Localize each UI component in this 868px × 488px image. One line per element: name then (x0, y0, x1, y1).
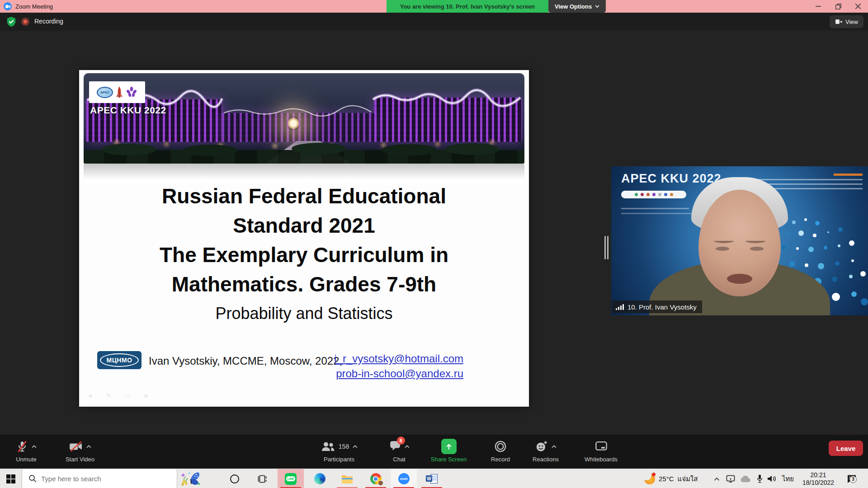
tray-onedrive-button[interactable] (739, 469, 752, 488)
speaker-video-tile[interactable]: APEC KKU 2022 (611, 166, 868, 315)
hero-fade-decoration (84, 164, 524, 183)
chevron-up-icon (714, 477, 720, 481)
task-view-icon (258, 474, 267, 483)
slide-author-line: Ivan Vysotskiy, MCCME, Moscow, 2022, (149, 355, 342, 367)
presenter-face (698, 190, 781, 296)
tray-clock[interactable]: 20:21 18/10/2022 (797, 469, 840, 488)
tray-microphone-button[interactable] (754, 469, 765, 488)
tray-language: ไทย (782, 474, 794, 484)
participants-button[interactable]: 158 Participants (312, 438, 366, 463)
reactions-button[interactable]: Reactions (521, 438, 570, 463)
cortana-ring-icon (230, 474, 239, 483)
cloud-icon (740, 475, 751, 483)
tray-volume-button[interactable] (765, 469, 778, 488)
taskbar-zoom-button[interactable]: zoom (391, 469, 417, 488)
chevron-down-icon (595, 5, 599, 8)
mccme-logo-text: МЦНМО (100, 353, 139, 367)
participant-name-label: 10. Prof. Ivan Vysotsky (612, 300, 702, 313)
meeting-header-bar: Recording View (0, 13, 868, 31)
zoom-app-icon (4, 2, 12, 10)
conference-logo-box: APEC (89, 81, 145, 103)
line-app-icon: LINE (285, 473, 297, 485)
apec-logo-icon: APEC (97, 87, 113, 98)
share-screen-button[interactable]: Share Screen (420, 438, 477, 463)
tray-temperature: 25°C (659, 475, 674, 483)
taskbar-word-button[interactable]: W (419, 469, 445, 488)
chevron-up-icon[interactable] (86, 445, 91, 448)
share-screen-icon (441, 439, 457, 454)
panel-resize-handle[interactable] (604, 236, 609, 259)
tray-hidden-icons-button[interactable] (711, 469, 722, 488)
unmute-button[interactable]: Unmute (4, 438, 49, 463)
close-button[interactable] (848, 0, 868, 13)
taskbar-task-view-button[interactable] (249, 469, 275, 488)
taskbar-cortana-button[interactable] (222, 469, 248, 488)
view-layout-icon (835, 19, 842, 25)
tray-weather[interactable]: 25°C แจ่มใส (644, 469, 698, 488)
taskbar-search[interactable] (22, 469, 177, 488)
edge-icon (314, 473, 326, 484)
leave-button[interactable]: Leave (829, 441, 863, 456)
light-glow-decoration (287, 117, 300, 130)
mccme-logo: МЦНМО (97, 351, 142, 369)
email-link-yandex[interactable]: prob-in-school@yandex.ru (332, 366, 463, 381)
tile-smalltext-decoration (621, 208, 689, 209)
garden-decoration (84, 150, 524, 164)
tray-language-button[interactable]: ไทย (780, 469, 796, 488)
speaker-icon (767, 475, 777, 483)
taskbar-chrome-button[interactable] (363, 469, 389, 488)
view-layout-button[interactable]: View (830, 15, 863, 28)
windows-taskbar: LINE zoom (0, 469, 868, 488)
reactions-icon (535, 440, 548, 453)
chat-button[interactable]: 8 Chat (379, 438, 420, 463)
windows-logo-icon (6, 474, 15, 483)
chevron-up-icon[interactable] (552, 445, 557, 448)
restore-button[interactable] (828, 0, 848, 13)
window-title: Zoom Meeting (15, 3, 53, 10)
slide-title: Russian Federal Educational Standard 202… (79, 182, 529, 328)
viewing-banner: You are viewing 10. Prof. Ivan Vysotsky'… (387, 0, 548, 13)
tile-slide-title: APEC KKU 2022 (621, 172, 722, 186)
minimize-button[interactable] (808, 0, 828, 13)
taskbar-line-app-button[interactable]: LINE (278, 469, 304, 488)
slide-title-line: Standard 2021 (79, 211, 529, 240)
email-link-hotmail[interactable]: i_r_vysotsky@hotmail.com (332, 351, 463, 366)
cast-display-icon (726, 475, 735, 483)
tray-weather-desc: แจ่มใส (678, 474, 698, 484)
slide-subtitle: Probability and Statistics (79, 299, 529, 328)
slide-title-line: The Exemplary Curriculum in (79, 240, 529, 270)
tile-logos-pill (621, 191, 686, 198)
viewing-banner-text: You are viewing 10. Prof. Ivan Vysotsky'… (400, 3, 535, 10)
zoom-meeting-window: Zoom Meeting You are viewing 10. Prof. I… (0, 0, 868, 488)
window-controls (808, 0, 868, 13)
view-options-button[interactable]: View Options (548, 0, 606, 13)
tray-time: 20:21 (810, 471, 826, 479)
recording-label: Recording (34, 18, 63, 25)
slide-email-links: i_r_vysotsky@hotmail.com prob-in-school@… (332, 351, 463, 381)
start-video-button[interactable]: Start Video (51, 438, 109, 463)
slide-title-line: Mathematics. Grades 7-9th (79, 270, 529, 299)
tray-cast-button[interactable] (724, 469, 737, 488)
search-highlight-butterfly-icon[interactable] (177, 469, 203, 488)
chevron-up-icon[interactable] (353, 445, 358, 448)
taskbar-edge-button[interactable] (307, 469, 333, 488)
tray-date: 18/10/2022 (802, 479, 834, 487)
presentation-controls[interactable]: ◄ ✎ ▭ ► (86, 392, 156, 400)
participants-icon (321, 441, 335, 452)
whiteboards-button[interactable]: Whiteboards (575, 438, 627, 463)
chevron-up-icon[interactable] (405, 445, 410, 448)
slide-hero-caption: APEC KKU 2022 (90, 105, 166, 116)
tray-notifications-button[interactable]: 3 (842, 469, 862, 488)
record-icon (494, 440, 507, 453)
zoom-taskbar-icon: zoom (398, 473, 410, 484)
record-button[interactable]: Record (481, 438, 520, 463)
taskbar-file-explorer-button[interactable] (334, 469, 360, 488)
chevron-up-icon[interactable] (32, 445, 37, 448)
security-shield-icon[interactable] (6, 16, 16, 27)
recording-indicator-icon (21, 17, 30, 26)
microphone-tray-icon (757, 474, 763, 483)
start-button[interactable] (0, 469, 22, 488)
search-input[interactable] (41, 475, 154, 483)
slide-title-line: Russian Federal Educational (79, 182, 529, 211)
slide-hero-photo: APEC APEC KKU 2022 (84, 73, 524, 164)
